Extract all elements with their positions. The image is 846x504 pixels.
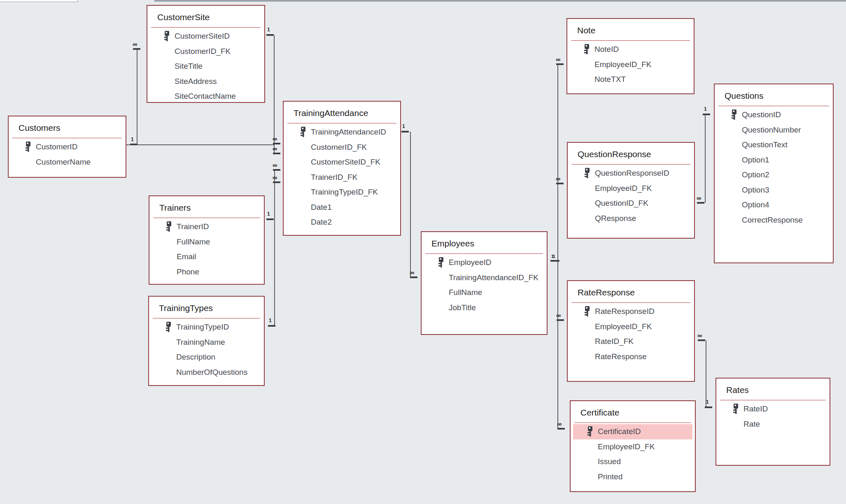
field-row-questionnumber[interactable]: QuestionNumber <box>717 123 830 138</box>
relationship-line[interactable] <box>557 64 558 430</box>
field-row-email[interactable]: Email <box>152 249 261 265</box>
entity-table-questions[interactable]: QuestionsQuestionIDQuestionNumberQuestio… <box>714 84 834 263</box>
field-row-notetxt[interactable]: NoteTXT <box>570 72 691 87</box>
field-row-qresponse[interactable]: QResponse <box>570 211 692 226</box>
field-list: TrainingAttendanceIDCustomerID_FKCustome… <box>284 125 400 230</box>
field-row-employeeid_fk[interactable]: EmployeeID_FK <box>570 319 692 334</box>
field-row-date2[interactable]: Date2 <box>286 215 398 230</box>
relationship-line[interactable] <box>274 170 275 326</box>
field-row-siteaddress[interactable]: SiteAddress <box>150 74 262 89</box>
field-row-employeeid_fk[interactable]: EmployeeID_FK <box>570 57 691 72</box>
field-name: RateID <box>743 404 768 413</box>
field-list: EmployeeIDTrainingAttendanceID_FKFullNam… <box>422 255 547 315</box>
field-name: QResponse <box>595 214 636 223</box>
field-row-employeeid_fk[interactable]: EmployeeID_FK <box>573 439 692 455</box>
primary-key-icon <box>587 426 593 437</box>
field-row-employeeid[interactable]: EmployeeID <box>424 255 544 270</box>
field-name: Option1 <box>742 156 769 165</box>
field-row-correctresponse[interactable]: CorrectResponse <box>717 213 830 228</box>
field-row-description[interactable]: Description <box>151 350 261 365</box>
field-name: TrainerID_FK <box>311 173 357 182</box>
field-row-date1[interactable]: Date1 <box>286 200 398 215</box>
field-name: QuestionResponseID <box>595 169 669 178</box>
field-row-noteid[interactable]: NoteID <box>570 42 691 57</box>
field-row-trainerid[interactable]: TrainerID <box>152 219 261 235</box>
relationship-line[interactable] <box>410 132 411 277</box>
entity-table-rates[interactable]: RatesRateIDRate <box>715 378 830 466</box>
field-row-trainerid_fk[interactable]: TrainerID_FK <box>286 170 398 185</box>
title-separator <box>153 318 260 318</box>
field-row-option3[interactable]: Option3 <box>717 183 830 198</box>
field-name: Date1 <box>311 203 332 212</box>
field-row-printed[interactable]: Printed <box>573 469 692 485</box>
field-row-trainingname[interactable]: TrainingName <box>151 335 261 350</box>
field-name: Email <box>177 252 196 261</box>
cardinality-tick <box>130 144 138 145</box>
field-name: Description <box>176 353 215 362</box>
entity-table-rateresponse[interactable]: RateResponseRateResponseIDEmployeeID_FKR… <box>567 280 695 382</box>
many-symbol: ∞ <box>273 136 277 142</box>
title-separator <box>287 123 396 123</box>
entity-title: Customers <box>19 123 61 133</box>
field-row-questionresponseid[interactable]: QuestionResponseID <box>570 166 692 181</box>
entity-table-certificate[interactable]: CertificateCertificateIDEmployeeID_FKIss… <box>570 400 696 492</box>
title-separator <box>153 218 260 218</box>
field-row-option2[interactable]: Option2 <box>717 167 830 183</box>
primary-key-icon <box>733 404 739 414</box>
relationships-canvas[interactable]: CustomerSiteCustomerSiteIDCustomerID_FKS… <box>0 0 846 504</box>
relationship-line[interactable] <box>705 114 706 203</box>
field-row-option4[interactable]: Option4 <box>717 197 830 213</box>
field-row-issued[interactable]: Issued <box>573 454 692 469</box>
field-name: TrainingTypeID_FK <box>311 188 378 197</box>
field-row-sitetitle[interactable]: SiteTitle <box>150 59 262 74</box>
relationship-line[interactable] <box>137 50 138 144</box>
field-row-jobtitle[interactable]: JobTitle <box>424 300 544 316</box>
field-row-questionid[interactable]: QuestionID <box>717 107 830 123</box>
field-row-customersiteid[interactable]: CustomerSiteID <box>150 29 262 44</box>
field-name: EmployeeID_FK <box>595 184 652 193</box>
field-row-employeeid_fk[interactable]: EmployeeID_FK <box>570 181 692 196</box>
field-row-fullname[interactable]: FullName <box>152 235 261 250</box>
field-row-numberofquestions[interactable]: NumberOfQuestions <box>151 365 261 380</box>
field-row-sitecontactname[interactable]: SiteContactName <box>150 89 262 104</box>
entity-table-questionresponse[interactable]: QuestionResponseQuestionResponseIDEmploy… <box>567 142 695 239</box>
entity-table-customers[interactable]: CustomersCustomerIDCustomerName <box>8 116 126 178</box>
field-row-customerid_fk[interactable]: CustomerID_FK <box>286 140 398 155</box>
one-symbol: 1 <box>131 137 134 142</box>
cardinality-tick <box>273 169 280 171</box>
field-row-fullname[interactable]: FullName <box>424 285 544 300</box>
field-row-option1[interactable]: Option1 <box>717 153 830 168</box>
field-row-customerid[interactable]: CustomerID <box>11 139 123 155</box>
entity-table-trainers[interactable]: TrainersTrainerIDFullNameEmailPhone <box>149 195 265 285</box>
field-row-trainingtypeid_fk[interactable]: TrainingTypeID_FK <box>286 185 398 200</box>
field-name: EmployeeID <box>449 258 492 267</box>
cardinality-tick <box>273 153 280 154</box>
relationship-line[interactable] <box>706 340 706 408</box>
field-row-phone[interactable]: Phone <box>152 265 261 280</box>
field-name: CustomerName <box>36 158 91 167</box>
field-row-trainingtypeid[interactable]: TrainingTypeID <box>151 320 261 335</box>
primary-key-icon <box>25 142 31 152</box>
field-row-rateid[interactable]: RateID <box>719 402 827 417</box>
field-row-customerid_fk[interactable]: CustomerID_FK <box>150 44 262 59</box>
field-row-rateresponseid[interactable]: RateResponseID <box>570 304 692 319</box>
field-row-customersiteid_fk[interactable]: CustomerSiteID_FK <box>286 155 398 170</box>
field-row-questiontext[interactable]: QuestionText <box>717 137 830 153</box>
field-name: QuestionID_FK <box>595 199 648 208</box>
entity-table-employees[interactable]: EmployeesEmployeeIDTrainingAttendanceID_… <box>421 231 548 335</box>
field-row-rateresponse[interactable]: RateResponse <box>570 349 692 365</box>
field-row-trainingattendanceid[interactable]: TrainingAttendanceID <box>286 125 398 140</box>
field-row-rateid_fk[interactable]: RateID_FK <box>570 334 692 349</box>
relationship-line[interactable] <box>126 144 274 145</box>
primary-key-icon <box>164 31 170 42</box>
field-row-customername[interactable]: CustomerName <box>11 155 123 170</box>
entity-table-trainingattendance[interactable]: TrainingAttendanceTrainingAttendanceIDCu… <box>283 101 401 236</box>
many-symbol: ∞ <box>273 174 277 181</box>
entity-table-customersite[interactable]: CustomerSiteCustomerSiteIDCustomerID_FKS… <box>147 5 265 103</box>
field-row-trainingattendanceid_fk[interactable]: TrainingAttendanceID_FK <box>424 270 544 286</box>
entity-table-note[interactable]: NoteNoteIDEmployeeID_FKNoteTXT <box>566 18 695 94</box>
field-row-certificateid[interactable]: CertificateID <box>573 424 692 439</box>
field-row-rate[interactable]: Rate <box>719 417 827 432</box>
field-row-questionid_fk[interactable]: QuestionID_FK <box>570 196 692 211</box>
entity-table-trainingtypes[interactable]: TrainingTypesTrainingTypeIDTrainingNameD… <box>148 296 265 386</box>
